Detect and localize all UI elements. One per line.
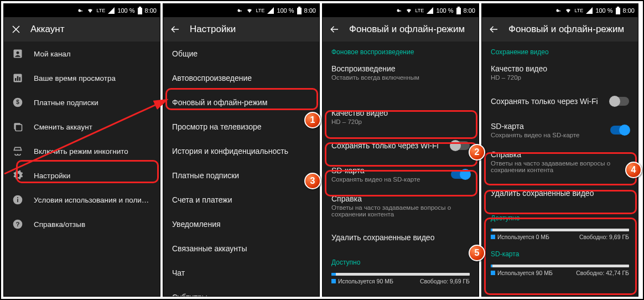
battery-pct: 100 % xyxy=(436,7,453,14)
row-primary: Воспроизведение xyxy=(331,64,419,73)
phone-2-settings: LTE 100 % 8:00 Настройки Общие Автовоспр… xyxy=(163,3,320,297)
appbar: Аккаунт xyxy=(4,17,160,42)
page-title: Настройки xyxy=(190,24,236,35)
row-captions[interactable]: Субтитры xyxy=(163,285,319,297)
row-delete-videos[interactable]: Удалить сохраненные видео xyxy=(323,223,479,252)
battery-pct: 100 % xyxy=(117,7,134,14)
section-sd: SD-карта xyxy=(482,244,638,260)
phone-3-offline: LTE 100 % 8:00 Фоновый и офлайн-режим Фо… xyxy=(322,3,479,297)
row-chat[interactable]: Чат xyxy=(163,261,319,285)
row-general[interactable]: Общие xyxy=(163,42,319,66)
row-paid-subs[interactable]: $ Платные подписки xyxy=(4,90,160,115)
row-billing[interactable]: Счета и платежи xyxy=(163,188,319,212)
row-background-offline[interactable]: Фоновый и офлайн-режим xyxy=(163,90,319,115)
row-secondary: Ответы на часто задаваемые вопросы о сох… xyxy=(491,160,629,173)
svg-rect-14 xyxy=(17,197,18,198)
row-secondary: Сохранять видео на SD-карте xyxy=(331,176,420,183)
row-wifi-only[interactable]: Сохранять только через Wi-Fi xyxy=(482,87,638,116)
row-notifications[interactable]: Уведомления xyxy=(163,212,319,236)
clock: 8:00 xyxy=(304,7,316,14)
row-label: Справка/отзыв xyxy=(34,220,85,229)
row-incognito[interactable]: Включить режим инкогнито xyxy=(4,139,160,163)
row-label: Настройки xyxy=(34,172,70,180)
row-help[interactable]: Справка Ответы на часто задаваемые вопро… xyxy=(323,189,479,223)
row-paid-subs[interactable]: Платные подписки xyxy=(163,163,319,188)
row-secondary: HD – 720p xyxy=(331,118,388,125)
section-storage: Доступно xyxy=(323,252,479,268)
toggle-sdcard[interactable] xyxy=(610,126,629,135)
row-linked-accounts[interactable]: Связанные аккаунты xyxy=(163,236,319,261)
row-help[interactable]: Справка Ответы на часто задаваемые вопро… xyxy=(482,144,638,179)
storage-free: Свободно: 9,69 ГБ xyxy=(420,278,470,285)
row-primary: Удалить сохраненные видео xyxy=(491,189,594,198)
back-icon[interactable] xyxy=(329,24,340,35)
toggle-wifi-only[interactable] xyxy=(610,97,629,106)
gear-icon xyxy=(12,169,24,182)
storage-sd: Используется 90 МБ Свободно: 42,74 ГБ xyxy=(482,260,638,280)
appbar: Настройки xyxy=(163,17,319,42)
row-primary: SD-карта xyxy=(491,122,579,131)
signal-icon xyxy=(267,7,274,14)
row-history-privacy[interactable]: История и конфиденциальность xyxy=(163,139,319,163)
row-label: Уведомления xyxy=(172,220,221,229)
row-label: Просмотр на телевизоре xyxy=(172,122,262,131)
row-sdcard[interactable]: SD-карта Сохранять видео на SD-карте xyxy=(482,116,638,144)
row-wifi-only[interactable]: Сохранять только через Wi-Fi xyxy=(323,131,479,160)
help-icon: ? xyxy=(12,218,24,230)
row-primary: Справка xyxy=(491,150,629,159)
storage-used: Используется 0 МБ xyxy=(497,234,549,240)
wifi-icon xyxy=(86,7,94,14)
svg-rect-18 xyxy=(298,7,300,8)
row-terms[interactable]: Условия использования и полит… xyxy=(4,188,160,212)
row-label: Автовоспроизведение xyxy=(172,74,252,82)
svg-rect-13 xyxy=(17,199,18,202)
battery-pct: 100 % xyxy=(277,7,294,14)
row-delete-videos[interactable]: Удалить сохраненные видео xyxy=(482,179,638,208)
status-bar: LTE 100 % 8:00 xyxy=(4,4,160,17)
row-label: История и конфиденциальность xyxy=(172,147,288,156)
row-help[interactable]: ? Справка/отзыв xyxy=(4,212,160,236)
storage-free: Свободно: 9,69 ГБ xyxy=(579,234,629,240)
switch-account-icon xyxy=(12,121,24,133)
appbar: Фоновый и офлайн-режим xyxy=(323,17,479,42)
row-autoplay[interactable]: Автовоспроизведение xyxy=(163,66,319,90)
close-icon[interactable] xyxy=(11,24,22,35)
svg-rect-11 xyxy=(15,125,22,131)
section-playback: Фоновое воспроизведение xyxy=(323,42,479,58)
phone-4-offline-scrolled: LTE 100 % 8:00 Фоновый и офлайн-режим Со… xyxy=(481,3,638,297)
page-title: Фоновый и офлайн-режим xyxy=(349,24,465,35)
row-secondary: Сохранять видео на SD-карте xyxy=(491,132,579,138)
money-icon: $ xyxy=(12,96,24,108)
tutorial-composite: LTE 100 % 8:00 Аккаунт Мой канал Ваше вр… xyxy=(0,0,644,300)
svg-rect-1 xyxy=(139,7,141,8)
row-playback[interactable]: Воспроизведение Оставить всегда включенн… xyxy=(323,58,479,87)
back-icon[interactable] xyxy=(170,24,181,35)
toggle-wifi-only[interactable] xyxy=(451,141,470,150)
wifi-icon xyxy=(246,7,253,14)
row-tv[interactable]: Просмотр на телевизоре xyxy=(163,115,319,139)
row-quality[interactable]: Качество видео HD – 720p xyxy=(482,58,638,87)
bullet-1: 1 xyxy=(304,112,321,128)
storage-free: Свободно: 42,74 ГБ xyxy=(576,270,629,276)
chart-icon xyxy=(12,72,24,84)
row-quality[interactable]: Качество видео HD – 720p xyxy=(323,102,479,131)
back-icon[interactable] xyxy=(489,24,500,35)
row-secondary: Оставить всегда включенным xyxy=(331,74,419,81)
row-my-channel[interactable]: Мой канал xyxy=(4,42,160,66)
section-save: Сохранение видео xyxy=(482,42,638,58)
phone-1-account: LTE 100 % 8:00 Аккаунт Мой канал Ваше вр… xyxy=(3,3,160,297)
toggle-sdcard[interactable] xyxy=(451,170,470,179)
row-primary: Качество видео xyxy=(331,108,388,117)
row-sdcard[interactable]: SD-карта Сохранять видео на SD-карте xyxy=(323,160,479,189)
row-switch-account[interactable]: Сменить аккаунт xyxy=(4,115,160,139)
wifi-icon xyxy=(564,7,572,14)
clock: 8:00 xyxy=(623,7,635,14)
clock: 8:00 xyxy=(464,7,475,14)
row-label: Фоновый и офлайн-режим xyxy=(172,98,267,107)
row-watch-time[interactable]: Ваше время просмотра xyxy=(4,66,160,90)
status-bar: LTE 100 % 8:00 xyxy=(482,4,638,17)
page-title: Аккаунт xyxy=(30,24,65,35)
row-settings[interactable]: Настройки xyxy=(4,163,160,188)
row-secondary: HD – 720p xyxy=(491,74,547,81)
row-label: Субтитры xyxy=(172,293,207,297)
